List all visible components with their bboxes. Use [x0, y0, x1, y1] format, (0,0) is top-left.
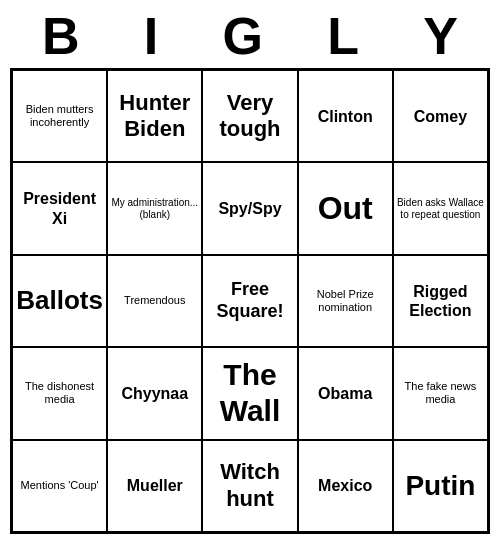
bingo-cell-2-2: Free Square!: [202, 255, 297, 347]
bingo-cell-4-2: Witch hunt: [202, 440, 297, 532]
bingo-cell-0-3: Clinton: [298, 70, 393, 162]
bingo-cell-2-1: Tremendous: [107, 255, 202, 347]
title-letter-b: B: [42, 10, 80, 62]
bingo-cell-3-3: Obama: [298, 347, 393, 439]
bingo-cell-1-0: President Xi: [12, 162, 107, 254]
bingo-cell-4-3: Mexico: [298, 440, 393, 532]
bingo-cell-1-3: Out: [298, 162, 393, 254]
bingo-cell-0-0: Biden mutters incoherently: [12, 70, 107, 162]
bingo-cell-3-1: Chyynaa: [107, 347, 202, 439]
bingo-cell-4-1: Mueller: [107, 440, 202, 532]
bingo-cell-4-0: Mentions 'Coup': [12, 440, 107, 532]
title-letter-g: G: [223, 10, 263, 62]
bingo-cell-3-2: The Wall: [202, 347, 297, 439]
bingo-title: B I G L Y: [10, 10, 490, 62]
title-letter-y: Y: [423, 10, 458, 62]
bingo-cell-0-2: Very tough: [202, 70, 297, 162]
bingo-cell-0-4: Comey: [393, 70, 488, 162]
bingo-cell-2-3: Nobel Prize nomination: [298, 255, 393, 347]
bingo-cell-3-0: The dishonest media: [12, 347, 107, 439]
bingo-cell-2-0: Ballots: [12, 255, 107, 347]
bingo-cell-3-4: The fake news media: [393, 347, 488, 439]
bingo-cell-2-4: Rigged Election: [393, 255, 488, 347]
bingo-cell-1-2: Spy/Spy: [202, 162, 297, 254]
bingo-cell-4-4: Putin: [393, 440, 488, 532]
title-letter-i: I: [144, 10, 158, 62]
bingo-grid: Biden mutters incoherentlyHunter BidenVe…: [10, 68, 490, 534]
title-letter-l: L: [327, 10, 359, 62]
bingo-cell-1-1: My administration... (blank): [107, 162, 202, 254]
bingo-cell-1-4: Biden asks Wallace to repeat question: [393, 162, 488, 254]
bingo-cell-0-1: Hunter Biden: [107, 70, 202, 162]
